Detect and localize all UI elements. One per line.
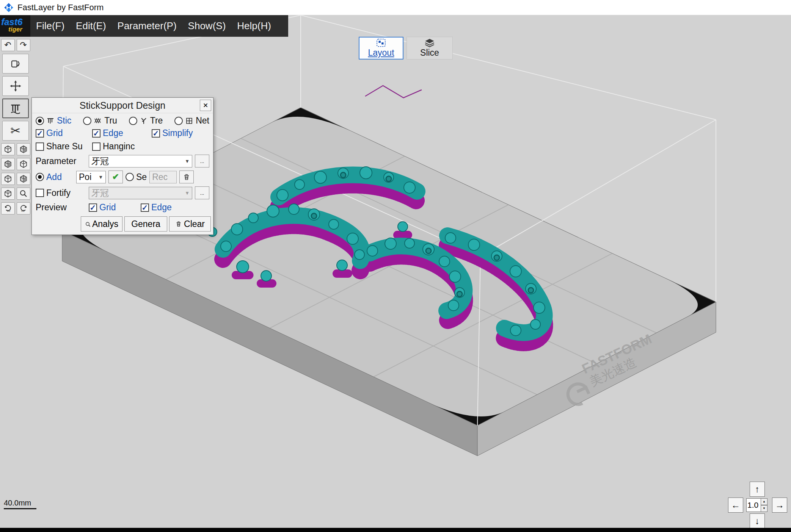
stick-radio[interactable] [36, 117, 44, 125]
undo-button[interactable]: ↶ [1, 39, 15, 51]
preview-edge-option[interactable]: Edge [141, 202, 172, 213]
chevron-down-icon: ▼ [98, 174, 103, 180]
fortify-option[interactable]: Fortify [36, 188, 86, 198]
rotate-cw-90-button[interactable] [17, 202, 30, 214]
check-icon: ✔ [112, 172, 119, 182]
options-row-1: Grid Edge Simplify [32, 127, 213, 140]
redo-button[interactable]: ↷ [17, 39, 30, 51]
add-label: Add [46, 172, 62, 182]
rotate-ccw-90-icon [3, 204, 13, 213]
parameter-more-button[interactable]: ... [195, 155, 209, 167]
parameter-select[interactable]: 牙冠 ▼ [89, 155, 192, 167]
fortify-row: Fortify 牙冠 ▼ ... [32, 185, 213, 201]
hanging-option[interactable]: Hanginc [92, 141, 135, 152]
analyse-button[interactable]: Analys [81, 216, 122, 232]
tree-radio[interactable] [129, 117, 137, 125]
select-label: Se [136, 172, 147, 182]
support-type-stick[interactable]: Stic [36, 116, 71, 126]
view-back-button[interactable] [17, 158, 30, 170]
support-type-net[interactable]: Net [174, 116, 209, 126]
options-row-2: Share Su Hanginc [32, 140, 213, 153]
menu-edit[interactable]: Edit(E) [70, 15, 111, 37]
step-input[interactable] [746, 498, 761, 512]
rotate-ccw-90-button[interactable] [1, 202, 15, 214]
chevron-down-icon: ▼ [185, 190, 190, 196]
view-front-button[interactable] [1, 158, 15, 170]
edge-checkbox[interactable] [92, 129, 100, 138]
menu-parameter[interactable]: Parameter(P) [112, 15, 182, 37]
edge-option[interactable]: Edge [92, 128, 149, 138]
preview-grid-option[interactable]: Grid [89, 202, 138, 213]
fortify-more-label: ... [200, 190, 204, 196]
support-tool-icon [9, 102, 22, 114]
delete-support-button[interactable] [179, 171, 194, 183]
pan-down-button[interactable]: ↓ [750, 513, 765, 529]
add-radio[interactable] [36, 173, 44, 181]
cut-tool-button[interactable]: ✂ [2, 121, 29, 141]
arrow-left-icon: ← [731, 500, 740, 510]
undo-icon: ↶ [4, 40, 11, 50]
view-cube-left-icon [3, 145, 13, 154]
truss-radio[interactable] [83, 117, 91, 125]
point-select[interactable]: Poi ▼ [76, 171, 106, 183]
view-iso-button[interactable] [1, 188, 15, 200]
select-option[interactable]: Se [126, 172, 147, 182]
generate-button[interactable]: Genera [124, 216, 167, 232]
view-cube-left-button[interactable] [1, 143, 15, 155]
support-type-tree[interactable]: Tre [129, 116, 163, 126]
net-radio[interactable] [174, 117, 183, 125]
view-top-icon [3, 174, 13, 183]
share-support-option[interactable]: Share Su [36, 141, 89, 152]
hanging-checkbox[interactable] [92, 142, 100, 151]
truss-type-label: Tru [104, 116, 117, 126]
fortify-more-button[interactable]: ... [195, 186, 209, 199]
pan-left-button[interactable]: ← [728, 498, 743, 513]
fortify-label: Fortify [46, 188, 71, 198]
apply-add-button[interactable]: ✔ [108, 171, 123, 183]
analyse-icon [85, 221, 90, 227]
move-tool-button[interactable] [2, 76, 29, 96]
menu-show[interactable]: Show(S) [182, 15, 232, 37]
point-value: Poi [79, 172, 91, 182]
arrow-up-icon: ↑ [755, 484, 760, 494]
fortify-checkbox[interactable] [36, 189, 44, 197]
preview-edge-checkbox[interactable] [141, 203, 149, 212]
view-top-button[interactable] [1, 173, 15, 185]
select-radio[interactable] [126, 173, 134, 181]
preview-grid-checkbox[interactable] [89, 203, 97, 212]
menu-file[interactable]: File(F) [30, 15, 70, 37]
layout-tab-button[interactable]: Layout [359, 37, 403, 59]
dialog-titlebar[interactable]: StickSupport Design ✕ [32, 98, 213, 113]
grid-option[interactable]: Grid [36, 128, 89, 138]
tree-type-icon [140, 117, 148, 125]
pan-up-button[interactable]: ↑ [750, 482, 765, 497]
menu-help[interactable]: Help(H) [231, 15, 277, 37]
support-type-truss[interactable]: Tru [83, 116, 117, 126]
stick-support-dialog: StickSupport Design ✕ Stic Tru Tre Net [31, 97, 213, 235]
step-down-button[interactable]: ▼ [761, 505, 767, 512]
step-up-button[interactable]: ▲ [761, 498, 767, 505]
layout-tab-label: Layout [368, 48, 394, 58]
dialog-close-button[interactable]: ✕ [200, 100, 211, 111]
support-design-tool-button[interactable] [2, 99, 29, 118]
flip-object-button[interactable] [2, 54, 29, 74]
pan-right-button[interactable]: → [772, 498, 787, 513]
simplify-checkbox[interactable] [152, 129, 160, 138]
zoom-button[interactable] [17, 188, 30, 200]
viewport-3d[interactable]: FASTFORM 美光速造 [0, 0, 791, 532]
view-front-icon [3, 160, 13, 169]
view-cube-right-button[interactable] [17, 143, 30, 155]
share-support-checkbox[interactable] [36, 142, 44, 151]
add-option[interactable]: Add [36, 172, 74, 182]
rotate-cw-90-icon [19, 204, 28, 213]
zoom-icon [19, 189, 28, 198]
close-icon: ✕ [203, 102, 208, 110]
parameter-row: Parameter 牙冠 ▼ ... [32, 153, 213, 169]
grid-checkbox[interactable] [36, 129, 44, 138]
clear-button[interactable]: Clear [169, 216, 211, 232]
view-bottom-button[interactable] [17, 173, 30, 185]
simplify-option[interactable]: Simplify [152, 128, 193, 138]
preview-label: Preview [36, 202, 86, 213]
scissors-icon: ✂ [11, 124, 21, 138]
slice-tab-button[interactable]: Slice [406, 37, 453, 59]
